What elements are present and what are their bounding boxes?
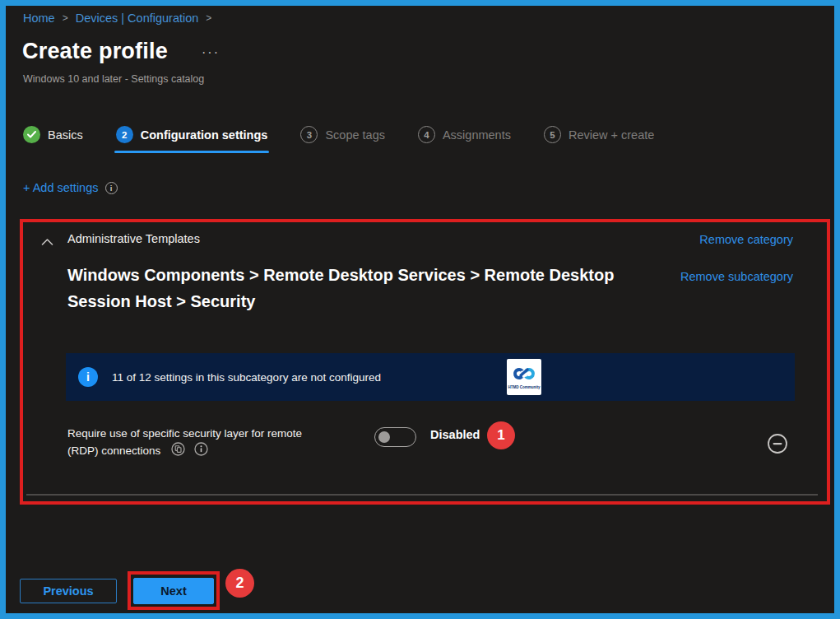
subcategory-path-heading: Windows Components > Remote Desktop Serv… <box>67 262 619 314</box>
setting-row: Require use of specific security layer f… <box>67 425 833 459</box>
breadcrumb: Home > Devices | Configuration > <box>23 12 211 25</box>
copy-icon[interactable] <box>171 442 185 456</box>
previous-button[interactable]: Previous <box>20 579 117 603</box>
annotation-badge-1: 1 <box>487 421 515 449</box>
add-settings-row: + Add settings i <box>23 181 118 194</box>
step-5-circle: 5 <box>544 126 561 143</box>
remove-setting-icon[interactable] <box>767 433 788 454</box>
tab-configuration-settings[interactable]: 2 Configuration settings <box>116 126 268 143</box>
step-2-circle: 2 <box>116 126 133 143</box>
add-settings-link[interactable]: + Add settings <box>23 181 99 194</box>
tab-review-create[interactable]: 5 Review + create <box>544 126 654 143</box>
breadcrumb-home-link[interactable]: Home <box>23 12 55 25</box>
category-header: Administrative Templates <box>41 232 200 245</box>
page-subtitle: Windows 10 and later - Settings catalog <box>23 73 204 85</box>
info-icon[interactable] <box>194 442 208 456</box>
tab-basics-label: Basics <box>48 128 83 142</box>
chevron-up-icon[interactable] <box>41 235 53 243</box>
annotation-badge-2: 2 <box>225 569 254 598</box>
wizard-steps: Basics 2 Configuration settings 3 Scope … <box>23 126 654 143</box>
tab-scope-tags-label: Scope tags <box>325 128 385 142</box>
tab-scope-tags[interactable]: 3 Scope tags <box>300 126 385 143</box>
tab-configuration-settings-label: Configuration settings <box>141 128 268 142</box>
breadcrumb-separator: > <box>63 12 68 24</box>
setting-value: Disabled <box>430 428 480 441</box>
tab-basics[interactable]: Basics <box>23 126 83 143</box>
breadcrumb-separator: > <box>206 12 211 24</box>
active-tab-underline <box>114 151 270 153</box>
more-actions-icon[interactable]: ··· <box>202 45 220 60</box>
tab-assignments[interactable]: 4 Assignments <box>418 126 511 143</box>
tab-review-create-label: Review + create <box>569 128 654 142</box>
breadcrumb-devices-configuration-link[interactable]: Devices | Configuration <box>76 12 199 25</box>
annotation-highlight-box: Administrative Templates Remove category… <box>20 219 830 505</box>
remove-subcategory-link[interactable]: Remove subcategory <box>680 270 793 283</box>
remove-category-link[interactable]: Remove category <box>699 233 793 246</box>
check-icon <box>23 126 40 143</box>
setting-toggle[interactable] <box>374 427 416 447</box>
info-icon: i <box>78 367 98 387</box>
info-icon[interactable]: i <box>105 182 118 194</box>
next-button[interactable]: Next <box>133 578 214 604</box>
divider <box>26 494 818 496</box>
tab-assignments-label: Assignments <box>443 128 511 142</box>
not-configured-banner: i 11 of 12 settings in this subcategory … <box>66 353 795 401</box>
category-title: Administrative Templates <box>67 232 200 245</box>
create-profile-window: Home > Devices | Configuration > Create … <box>0 0 840 619</box>
step-4-circle: 4 <box>418 126 435 143</box>
logo-caption: HTMD Community <box>508 385 541 389</box>
banner-message: 11 of 12 settings in this subcategory ar… <box>112 371 381 384</box>
annotation-highlight-next: Next <box>128 571 220 610</box>
toggle-knob <box>378 431 390 443</box>
htmd-community-logo: HTMD Community <box>507 359 541 395</box>
step-3-circle: 3 <box>300 126 318 143</box>
page-title: Create profile <box>22 39 168 64</box>
